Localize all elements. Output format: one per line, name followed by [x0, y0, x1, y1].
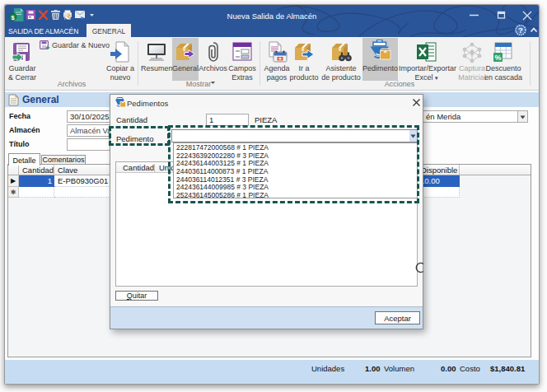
svg-text:%: %: [494, 54, 501, 62]
svg-text:?: ?: [518, 26, 523, 35]
